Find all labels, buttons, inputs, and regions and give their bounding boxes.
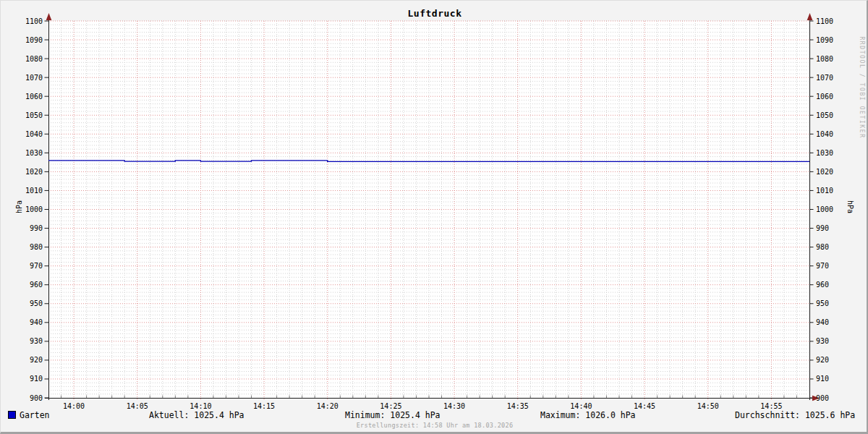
svg-text:1010: 1010 bbox=[816, 187, 833, 195]
creation-time: Erstellungszeit: 14:58 Uhr am 18.03.2026 bbox=[1, 422, 868, 429]
svg-text:14:10: 14:10 bbox=[190, 402, 211, 410]
stat-minimum: Minimum: 1025.4 hPa bbox=[345, 410, 441, 420]
svg-text:900: 900 bbox=[816, 394, 829, 402]
svg-text:14:35: 14:35 bbox=[507, 402, 529, 410]
chart-canvas: 9009009109109209209309309409409509509609… bbox=[1, 1, 868, 434]
svg-text:980: 980 bbox=[30, 243, 43, 251]
series-label: Garten bbox=[20, 410, 50, 420]
svg-text:1050: 1050 bbox=[25, 111, 43, 119]
svg-text:1080: 1080 bbox=[25, 55, 43, 63]
svg-text:980: 980 bbox=[816, 243, 829, 251]
svg-text:970: 970 bbox=[30, 262, 43, 270]
svg-text:960: 960 bbox=[30, 281, 43, 289]
svg-text:1070: 1070 bbox=[25, 74, 43, 82]
svg-text:910: 910 bbox=[816, 375, 829, 383]
stat-aktuell: Aktuell: 1025.4 hPa bbox=[149, 410, 244, 420]
svg-text:1010: 1010 bbox=[25, 187, 43, 195]
svg-text:990: 990 bbox=[30, 224, 43, 232]
svg-text:14:55: 14:55 bbox=[760, 402, 782, 410]
svg-text:1040: 1040 bbox=[25, 130, 43, 138]
svg-text:14:30: 14:30 bbox=[443, 402, 465, 410]
svg-text:14:20: 14:20 bbox=[317, 402, 339, 410]
svg-text:1080: 1080 bbox=[816, 55, 833, 63]
svg-text:14:40: 14:40 bbox=[570, 402, 592, 410]
svg-text:930: 930 bbox=[816, 337, 829, 345]
svg-text:1070: 1070 bbox=[816, 74, 833, 82]
svg-text:1020: 1020 bbox=[25, 168, 43, 176]
stat-maximum: Maximum: 1026.0 hPa bbox=[540, 410, 636, 420]
svg-text:14:50: 14:50 bbox=[697, 402, 719, 410]
svg-text:1090: 1090 bbox=[25, 36, 43, 44]
svg-text:930: 930 bbox=[30, 337, 43, 345]
stat-durchschnitt: Durchschnitt: 1025.6 hPa bbox=[735, 410, 855, 420]
svg-text:900: 900 bbox=[30, 394, 43, 402]
svg-text:950: 950 bbox=[30, 299, 43, 307]
svg-text:940: 940 bbox=[30, 318, 43, 326]
svg-text:1040: 1040 bbox=[816, 130, 833, 138]
svg-text:960: 960 bbox=[816, 281, 829, 289]
svg-text:910: 910 bbox=[30, 375, 43, 383]
svg-text:1000: 1000 bbox=[816, 205, 833, 213]
series-color-swatch bbox=[8, 411, 16, 419]
svg-text:14:15: 14:15 bbox=[253, 402, 275, 410]
svg-text:1020: 1020 bbox=[816, 168, 833, 176]
svg-text:950: 950 bbox=[816, 299, 829, 307]
y-axis-label-left: hPa bbox=[14, 185, 25, 229]
svg-text:990: 990 bbox=[816, 224, 829, 232]
svg-text:14:25: 14:25 bbox=[380, 402, 401, 410]
chart-title: Luftdruck bbox=[1, 8, 868, 19]
y-axis-label-right: hPa bbox=[845, 185, 855, 229]
svg-text:1090: 1090 bbox=[816, 36, 833, 44]
svg-text:1030: 1030 bbox=[25, 149, 43, 157]
svg-text:970: 970 bbox=[816, 262, 829, 270]
svg-text:1050: 1050 bbox=[816, 111, 833, 119]
svg-text:940: 940 bbox=[816, 318, 829, 326]
svg-text:14:05: 14:05 bbox=[127, 402, 148, 410]
svg-text:1000: 1000 bbox=[25, 205, 43, 213]
svg-text:14:45: 14:45 bbox=[634, 402, 655, 410]
svg-text:920: 920 bbox=[816, 356, 829, 364]
graph-frame: 9009009109109209209309309409409509509609… bbox=[0, 0, 868, 434]
rrdtool-watermark: RRDTOOL / TOBI OETIKER bbox=[856, 1, 865, 174]
svg-text:14:00: 14:00 bbox=[63, 402, 85, 410]
svg-text:1060: 1060 bbox=[25, 93, 43, 101]
svg-text:920: 920 bbox=[30, 356, 43, 364]
svg-text:1030: 1030 bbox=[816, 149, 833, 157]
svg-text:1060: 1060 bbox=[816, 93, 833, 101]
